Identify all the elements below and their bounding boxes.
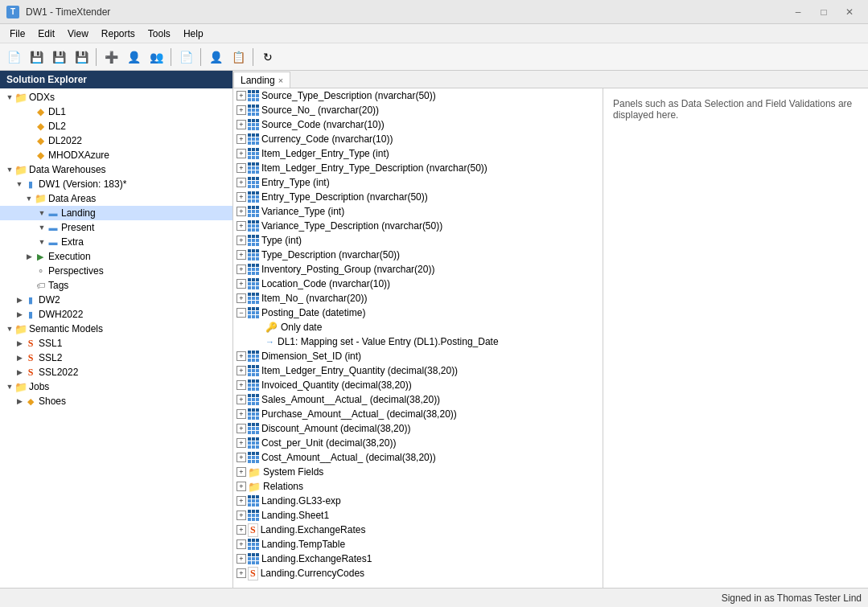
tree-landing[interactable]: ▼ ▬ Landing (0, 206, 232, 220)
tree-tags[interactable]: 🏷 Tags (0, 278, 232, 293)
field-row[interactable]: +Entry_Type_Description (nvarchar(50)) (233, 190, 603, 204)
field-expand-icon[interactable]: + (237, 250, 246, 260)
tree-dwh2022[interactable]: ▶ ▮ DWH2022 (0, 307, 232, 322)
field-expand-icon[interactable]: + (237, 105, 246, 115)
field-expand-icon[interactable]: + (237, 409, 246, 419)
toolbar-save[interactable]: 💾 (26, 47, 47, 68)
field-row[interactable]: +Source_Code (nvarchar(10)) (233, 117, 603, 132)
maximize-button[interactable]: □ (812, 4, 836, 20)
menu-view[interactable]: View (61, 27, 95, 41)
table-row[interactable]: +Landing.Sheet1 (233, 508, 603, 523)
field-row[interactable]: +Location_Code (nvarchar(10)) (233, 277, 603, 291)
tree-data-areas[interactable]: ▼ 📁 Data Areas (0, 191, 232, 206)
toolbar-user[interactable]: 👤 (123, 47, 144, 68)
field-expand-icon[interactable]: + (237, 163, 246, 173)
field-row[interactable]: +📁Relations (233, 479, 603, 494)
tree-dl2022[interactable]: ◆ DL2022 (0, 133, 232, 148)
field-child-row[interactable]: 🔑Only date (233, 320, 603, 334)
field-row[interactable]: +Type_Description (nvarchar(50)) (233, 248, 603, 262)
field-row[interactable]: +Invoiced_Quantity (decimal(38,20)) (233, 378, 603, 392)
tree-dw1[interactable]: ▼ ▮ DW1 (Version: 183)* (0, 177, 232, 191)
table-row[interactable]: +Landing.GL33-exp (233, 494, 603, 508)
field-row[interactable]: +Purchase_Amount__Actual_ (decimal(38,20… (233, 407, 603, 421)
field-row[interactable]: +Item_Ledger_Entry_Type (int) (233, 146, 603, 161)
field-expand-icon[interactable]: + (237, 207, 246, 216)
field-expand-icon[interactable]: + (237, 293, 246, 303)
table-row[interactable]: +SLanding.ExchangeRates (233, 523, 603, 537)
tree-present[interactable]: ▼ ▬ Present (0, 220, 232, 235)
field-row[interactable]: +Source_Type_Description (nvarchar(50)) (233, 88, 603, 103)
field-expand-icon[interactable]: + (237, 366, 246, 375)
tree-extra[interactable]: ▼ ▬ Extra (0, 235, 232, 249)
tree-dl2[interactable]: ◆ DL2 (0, 119, 232, 133)
tree-jobs[interactable]: ▼ 📁 Jobs (0, 379, 232, 394)
tree-data-warehouses[interactable]: ▼ 📁 Data Warehouses (0, 162, 232, 177)
field-row[interactable]: +Source_No_ (nvarchar(20)) (233, 103, 603, 117)
field-row[interactable]: +Cost_Amount__Actual_ (decimal(38,20)) (233, 450, 603, 465)
field-expand-icon[interactable]: + (237, 395, 246, 404)
tree-ssl1[interactable]: ▶ S SSL1 (0, 336, 232, 351)
close-button[interactable]: ✕ (837, 4, 862, 20)
field-row[interactable]: +Dimension_Set_ID (int) (233, 349, 603, 363)
field-expand-icon[interactable]: + (237, 265, 246, 274)
menu-tools[interactable]: Tools (142, 27, 177, 41)
toolbar-doc[interactable]: 📄 (175, 47, 196, 68)
field-row[interactable]: +Cost_per_Unit (decimal(38,20)) (233, 436, 603, 450)
field-expand-icon[interactable]: + (237, 192, 246, 202)
field-row[interactable]: +Item_Ledger_Entry_Quantity (decimal(38,… (233, 363, 603, 378)
menu-reports[interactable]: Reports (95, 27, 142, 41)
field-row[interactable]: +Item_No_ (nvarchar(20)) (233, 291, 603, 306)
minimize-button[interactable]: – (786, 4, 810, 20)
toolbar-add[interactable]: ➕ (101, 47, 121, 68)
field-row[interactable]: −Posting_Date (datetime) (233, 306, 603, 320)
field-child-row[interactable]: →DL1: Mapping set - Value Entry (DL1).Po… (233, 334, 603, 349)
tab-landing[interactable]: Landing × (233, 72, 290, 88)
table-expand-icon[interactable]: + (237, 496, 246, 506)
field-row[interactable]: +Type (int) (233, 233, 603, 248)
tree-mhodxazure[interactable]: ◆ MHODXAzure (0, 148, 232, 162)
tab-landing-close[interactable]: × (278, 76, 283, 85)
field-row[interactable]: +Sales_Amount__Actual_ (decimal(38,20)) (233, 392, 603, 407)
field-expand-icon[interactable]: + (237, 424, 246, 433)
field-expand-icon[interactable]: + (237, 351, 246, 361)
tree-dl1[interactable]: ◆ DL1 (0, 105, 232, 119)
toolbar-new[interactable]: 📄 (3, 47, 24, 68)
table-row[interactable]: +Landing.TempTable (233, 537, 603, 552)
menu-edit[interactable]: Edit (31, 27, 61, 41)
field-row[interactable]: +Currency_Code (nvarchar(10)) (233, 132, 603, 146)
field-row[interactable]: +Entry_Type (int) (233, 175, 603, 190)
folder-expand-icon[interactable]: + (237, 467, 246, 477)
field-expand-icon[interactable]: + (237, 438, 246, 448)
tree-shoes[interactable]: ▶ ◆ Shoes (0, 394, 232, 408)
field-expand-icon[interactable]: + (237, 91, 246, 100)
tree-ssl2022[interactable]: ▶ S SSL2022 (0, 365, 232, 379)
tree-odxs-toggle[interactable]: ▼ 📁 ODXs (0, 90, 232, 105)
table-expand-icon[interactable]: + (237, 525, 246, 535)
field-expand-icon[interactable]: + (237, 149, 246, 158)
table-expand-icon[interactable]: + (237, 554, 246, 564)
toolbar-refresh[interactable]: ↻ (257, 47, 278, 68)
field-expand-icon[interactable]: − (237, 308, 246, 318)
tree-execution[interactable]: ▶ ▶ Execution (0, 249, 232, 264)
field-row[interactable]: +Item_Ledger_Entry_Type_Description (nva… (233, 161, 603, 175)
table-expand-icon[interactable]: + (237, 568, 246, 578)
field-expand-icon[interactable]: + (237, 178, 246, 187)
toolbar-copy[interactable]: 📋 (228, 47, 249, 68)
table-expand-icon[interactable]: + (237, 511, 246, 520)
field-expand-icon[interactable]: + (237, 236, 246, 245)
field-expand-icon[interactable]: + (237, 279, 246, 289)
tree-dw2[interactable]: ▶ ▮ DW2 (0, 293, 232, 307)
toolbar-person[interactable]: 👤 (205, 47, 226, 68)
field-row[interactable]: +📁System Fields (233, 465, 603, 479)
field-row[interactable]: +Inventory_Posting_Group (nvarchar(20)) (233, 262, 603, 277)
field-row[interactable]: +Discount_Amount (decimal(38,20)) (233, 421, 603, 436)
toolbar-save3[interactable]: 💾 (71, 47, 92, 68)
tree-ssl2[interactable]: ▶ S SSL2 (0, 351, 232, 365)
table-expand-icon[interactable]: + (237, 539, 246, 549)
field-expand-icon[interactable]: + (237, 380, 246, 390)
tree-perspectives[interactable]: ⚬ Perspectives (0, 264, 232, 278)
menu-file[interactable]: File (3, 27, 31, 41)
table-row[interactable]: +SLanding.CurrencyCodes (233, 566, 603, 580)
toolbar-users[interactable]: 👥 (146, 47, 167, 68)
table-row[interactable]: +Landing.ExchangeRates1 (233, 552, 603, 566)
